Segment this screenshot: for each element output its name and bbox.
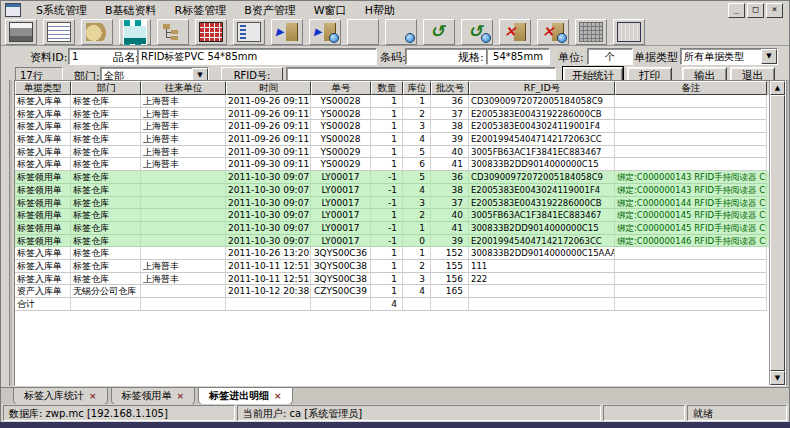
product-name-input[interactable]: [137, 48, 377, 65]
tab-标签入库统计[interactable]: 标签入库统计×: [13, 388, 108, 405]
table-row[interactable]: 合计4: [15, 298, 785, 311]
tab-close-icon[interactable]: ×: [274, 391, 282, 401]
table-cell: 1: [403, 95, 431, 108]
table-cell: 标签仓库: [71, 184, 141, 197]
toolbar-button-partner-units[interactable]: [81, 19, 113, 45]
table-row[interactable]: 标签入库单标签仓库2011-10-26 13:203QYS00C36111523…: [15, 247, 785, 260]
table-cell: 资产入库单: [15, 285, 71, 298]
table-cell: LY00017: [311, 171, 371, 184]
table-row[interactable]: 标签领用单标签仓库2011-10-30 09:07LY00017-1438E20…: [15, 184, 785, 197]
table-row[interactable]: 标签领用单标签仓库2011-10-30 09:07LY0001712403005…: [15, 209, 785, 222]
column-header-时间[interactable]: 时间: [226, 81, 311, 95]
scroll-up-icon[interactable]: ▲: [770, 81, 785, 95]
table-cell: 38: [431, 120, 469, 133]
tab-标签领用单[interactable]: 标签领用单×: [111, 388, 196, 405]
tab-close-icon[interactable]: ×: [89, 391, 97, 401]
door-red-x-icon: [504, 23, 526, 41]
table-row[interactable]: 标签领用单标签仓库2011-10-30 09:07LY00017-1536CD3…: [15, 171, 785, 184]
table-row[interactable]: 标签入库单标签仓库上海普丰2011-09-26 09:11YS000281439…: [15, 133, 785, 146]
toolbar-button-documents[interactable]: [233, 19, 265, 45]
column-header-批次号[interactable]: 批次号: [431, 81, 469, 95]
toolbar: [1, 19, 789, 46]
toolbar-button-label-scrap-query[interactable]: [537, 19, 569, 45]
table-cell: E2005383E0043192286000CB: [469, 108, 615, 121]
table-cell: 上海普丰: [141, 108, 226, 121]
toolbar-button-label-recycle-query[interactable]: [461, 19, 493, 45]
table-row[interactable]: 标签领用单标签仓库2011-10-30 09:07LY00017-1039E20…: [15, 235, 785, 248]
column-header-部门[interactable]: 部门: [71, 81, 141, 95]
column-header-库位[interactable]: 库位: [403, 81, 431, 95]
table-cell: 300833B2DD9014000000C15: [469, 222, 615, 235]
unit-input[interactable]: [587, 48, 633, 65]
vertical-scrollbar[interactable]: ▲ ▼: [769, 81, 785, 385]
table-cell: YS00028: [311, 133, 371, 146]
table-cell: 40: [431, 209, 469, 222]
menu-S系统管理[interactable]: S系统管理: [27, 3, 96, 18]
menu-B资产管理[interactable]: B资产管理: [235, 3, 305, 18]
toolbar-button-label-inbound[interactable]: [271, 19, 303, 45]
scrollbar-thumb[interactable]: [770, 95, 785, 371]
column-header-往来单位[interactable]: 往来单位: [141, 81, 226, 95]
table-cell: 上海普丰: [141, 158, 226, 171]
table-cell: LY00017: [311, 209, 371, 222]
table-row[interactable]: 资产入库单无锡分公司仓库2011-10-12 20:38CZYS00C39141…: [15, 285, 785, 298]
column-header-备注[interactable]: 备注: [615, 81, 767, 95]
toolbar-button-label-scrap[interactable]: [499, 19, 531, 45]
spec-input[interactable]: [486, 48, 550, 65]
doc-type-select[interactable]: 所有单据类型 ▼: [680, 48, 778, 65]
menu-H帮助[interactable]: H帮助: [356, 3, 404, 18]
table-row[interactable]: 标签入库单标签仓库上海普丰2011-09-26 09:11YS000281237…: [15, 108, 785, 121]
table-cell: 1: [371, 260, 403, 273]
table-row[interactable]: 标签入库单标签仓库上海普丰2011-10-11 12:513QYS00C3813…: [15, 273, 785, 286]
chevron-down-icon[interactable]: ▼: [761, 49, 777, 64]
table-cell: 2011-10-30 09:07: [226, 235, 311, 248]
toolbar-button-data-card[interactable]: [43, 19, 75, 45]
table-row[interactable]: 标签入库单标签仓库上海普丰2011-09-26 09:11YS000281136…: [15, 95, 785, 108]
column-header-单号[interactable]: 单号: [311, 81, 371, 95]
table-row[interactable]: 标签入库单标签仓库上海普丰2011-10-11 12:513QYS00C3812…: [15, 260, 785, 273]
red-grid-icon: [199, 22, 223, 42]
column-header-数量[interactable]: 数量: [371, 81, 403, 95]
table-row[interactable]: 标签入库单标签仓库上海普丰2011-09-30 09:11YS000291540…: [15, 146, 785, 159]
tab-标签进出明细[interactable]: 标签进出明细×: [198, 388, 293, 405]
toolbar-button-asset-building[interactable]: [575, 19, 607, 45]
table-cell: 上海普丰: [141, 260, 226, 273]
menu-R标签管理[interactable]: R标签管理: [166, 3, 236, 18]
toolbar-button-label-outbound[interactable]: [347, 19, 379, 45]
table-cell: [141, 285, 226, 298]
table-cell: 2011-10-12 20:38: [226, 285, 311, 298]
table-row[interactable]: 标签领用单标签仓库2011-10-30 09:07LY00017-1337E20…: [15, 197, 785, 210]
minimize-button[interactable]: _: [728, 3, 745, 18]
scroll-down-icon[interactable]: ▼: [770, 371, 785, 385]
toolbar-button-rfid-statistics[interactable]: [613, 19, 645, 45]
unit-label: 单位:: [558, 50, 584, 65]
table-cell: 绑定:C000000145 RFID手持阅读器 CS501 CS50:: [615, 209, 767, 222]
column-header-RF_ID号[interactable]: RF_ID号: [469, 81, 615, 95]
table-cell: 6: [403, 158, 431, 171]
toolbar-button-print[interactable]: [5, 19, 37, 45]
table-cell: 标签入库单: [15, 247, 71, 260]
menu-W窗口[interactable]: W窗口: [305, 3, 356, 18]
toolbar-button-warehouse[interactable]: [119, 19, 151, 45]
restore-button[interactable]: □: [747, 3, 764, 18]
toolbar-button-label-inbound-query[interactable]: [309, 19, 341, 45]
close-button[interactable]: ×: [766, 3, 783, 18]
column-header-单据类型[interactable]: 单据类型: [15, 81, 71, 95]
table-cell: YS00028: [311, 95, 371, 108]
table-cell: 155: [431, 260, 469, 273]
table-cell: E200199454047142172063CC: [469, 235, 615, 248]
table-cell: 标签领用单: [15, 235, 71, 248]
table-row[interactable]: 标签入库单标签仓库上海普丰2011-09-26 09:11YS000281338…: [15, 120, 785, 133]
toolbar-button-departments[interactable]: [157, 19, 189, 45]
table-cell: 3: [403, 120, 431, 133]
toolbar-button-label-outbound-query[interactable]: [385, 19, 417, 45]
tab-close-icon[interactable]: ×: [177, 391, 185, 401]
table-cell: 2011-10-11 12:51: [226, 273, 311, 286]
table-cell: 2011-09-30 09:11: [226, 158, 311, 171]
table-row[interactable]: 标签领用单标签仓库2011-10-30 09:07LY00017-1141300…: [15, 222, 785, 235]
toolbar-button-label-recycle[interactable]: [423, 19, 455, 45]
toolbar-button-goods[interactable]: [195, 19, 227, 45]
table-cell: 2011-09-26 09:11: [226, 133, 311, 146]
table-row[interactable]: 标签入库单标签仓库上海普丰2011-09-30 09:11YS000291641…: [15, 158, 785, 171]
menu-B基础资料[interactable]: B基础资料: [96, 3, 166, 18]
